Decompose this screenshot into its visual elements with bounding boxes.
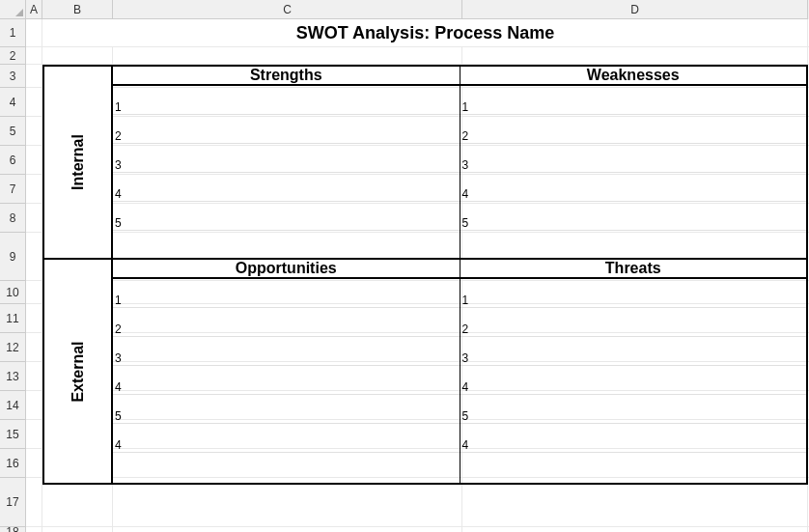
cell-A17[interactable] (26, 478, 42, 526)
cell-A3[interactable] (26, 65, 42, 87)
col-header-B[interactable]: B (42, 0, 113, 19)
weaknesses-header: Weaknesses (460, 67, 807, 86)
external-label-text: External (69, 341, 86, 402)
threats-item-1[interactable]: 1 (460, 279, 807, 308)
swot-internal: Internal Strengths 12345 Weaknesses 1234… (44, 67, 806, 260)
internal-label-text: Internal (69, 134, 86, 190)
weaknesses-item-4[interactable]: 4 (460, 173, 807, 202)
threats-item-5[interactable]: 5 (460, 395, 807, 424)
row-header-11[interactable]: 11 (0, 304, 26, 333)
opportunities-item-1[interactable]: 1 (113, 279, 460, 308)
cell-C2[interactable] (113, 47, 462, 64)
cell-A18[interactable] (26, 527, 42, 532)
title: SWOT Analysis: Process Name (42, 19, 808, 47)
external-label: External (44, 260, 113, 483)
cell-A1[interactable] (26, 19, 42, 46)
row-header-1[interactable]: 1 (0, 19, 26, 47)
cell-B17[interactable] (42, 478, 113, 526)
cell-B18[interactable] (42, 527, 113, 532)
cell-A7[interactable] (26, 175, 42, 203)
cell-A13[interactable] (26, 362, 42, 390)
opportunities-quad: Opportunities 123454 (113, 260, 460, 483)
row-header-15[interactable]: 15 (0, 420, 26, 449)
row-header-12[interactable]: 12 (0, 333, 26, 362)
opportunities-header: Opportunities (113, 260, 460, 279)
strengths-header: Strengths (113, 67, 460, 86)
spreadsheet: A B C D 123456789101112131415161718 Inte… (0, 0, 809, 532)
cell-A8[interactable] (26, 204, 42, 232)
threats-item-6[interactable]: 4 (460, 424, 807, 453)
swot-external: External Opportunities 123454 Threats 12… (44, 260, 806, 483)
cell-A15[interactable] (26, 420, 42, 448)
weaknesses-item-3[interactable]: 3 (460, 144, 807, 173)
strengths-item-4[interactable]: 4 (113, 173, 460, 202)
col-header-D[interactable]: D (462, 0, 808, 19)
opportunities-item-2[interactable]: 2 (113, 308, 460, 337)
cell-A10[interactable] (26, 281, 42, 303)
cell-A12[interactable] (26, 333, 42, 361)
strengths-item-3[interactable]: 3 (113, 144, 460, 173)
opportunities-item-5[interactable]: 5 (113, 395, 460, 424)
opportunities-item-3[interactable]: 3 (113, 337, 460, 366)
select-all-corner[interactable] (0, 0, 26, 19)
threats-item-3[interactable]: 3 (460, 337, 807, 366)
strengths-item-2[interactable]: 2 (113, 115, 460, 144)
row-header-9[interactable]: 9 (0, 233, 26, 281)
row-header-3[interactable]: 3 (0, 65, 26, 88)
opportunities-item-7[interactable] (113, 453, 460, 502)
row-header-10[interactable]: 10 (0, 281, 26, 304)
threats-quad: Threats 123454 (460, 260, 807, 483)
row-header-17[interactable]: 17 (0, 478, 26, 527)
column-headers: A B C D (0, 0, 809, 19)
cell-A11[interactable] (26, 304, 42, 332)
row-header-2[interactable]: 2 (0, 47, 26, 65)
cell-A5[interactable] (26, 117, 42, 145)
strengths-quad: Strengths 12345 (113, 67, 460, 258)
row-header-5[interactable]: 5 (0, 117, 26, 146)
cell-B2[interactable] (42, 47, 113, 64)
row-header-14[interactable]: 14 (0, 391, 26, 420)
threats-header: Threats (460, 260, 807, 279)
strengths-item-5[interactable]: 5 (113, 202, 460, 231)
cell-A4[interactable] (26, 88, 42, 116)
opportunities-item-4[interactable]: 4 (113, 366, 460, 395)
row-header-13[interactable]: 13 (0, 362, 26, 391)
row-header-8[interactable]: 8 (0, 204, 26, 233)
col-header-C[interactable]: C (113, 0, 462, 19)
sheet-area: Internal Strengths 12345 Weaknesses 1234… (26, 19, 809, 532)
cell-A14[interactable] (26, 391, 42, 419)
weaknesses-item-5[interactable]: 5 (460, 202, 807, 231)
cell-A9[interactable] (26, 233, 42, 280)
cell-D2[interactable] (462, 47, 808, 64)
weaknesses-item-2[interactable]: 2 (460, 115, 807, 144)
col-header-A[interactable]: A (26, 0, 42, 19)
weaknesses-item-1[interactable]: 1 (460, 86, 807, 115)
cell-A2[interactable] (26, 47, 42, 64)
row-header-7[interactable]: 7 (0, 175, 26, 204)
weaknesses-quad: Weaknesses 12345 (460, 67, 807, 258)
cell-C18[interactable] (113, 527, 462, 532)
cell-A16[interactable] (26, 449, 42, 477)
cell-A6[interactable] (26, 146, 42, 174)
strengths-item-1[interactable]: 1 (113, 86, 460, 115)
swot-box: Internal Strengths 12345 Weaknesses 1234… (42, 65, 808, 485)
row-headers: 123456789101112131415161718 (0, 19, 26, 532)
cell-D18[interactable] (462, 527, 808, 532)
threats-item-4[interactable]: 4 (460, 366, 807, 395)
opportunities-item-6[interactable]: 4 (113, 424, 460, 453)
internal-label: Internal (44, 67, 113, 258)
row-header-18[interactable]: 18 (0, 527, 26, 532)
threats-item-2[interactable]: 2 (460, 308, 807, 337)
row-header-4[interactable]: 4 (0, 88, 26, 117)
row-header-16[interactable]: 16 (0, 449, 26, 478)
row-header-6[interactable]: 6 (0, 146, 26, 175)
threats-item-7[interactable] (460, 453, 807, 502)
